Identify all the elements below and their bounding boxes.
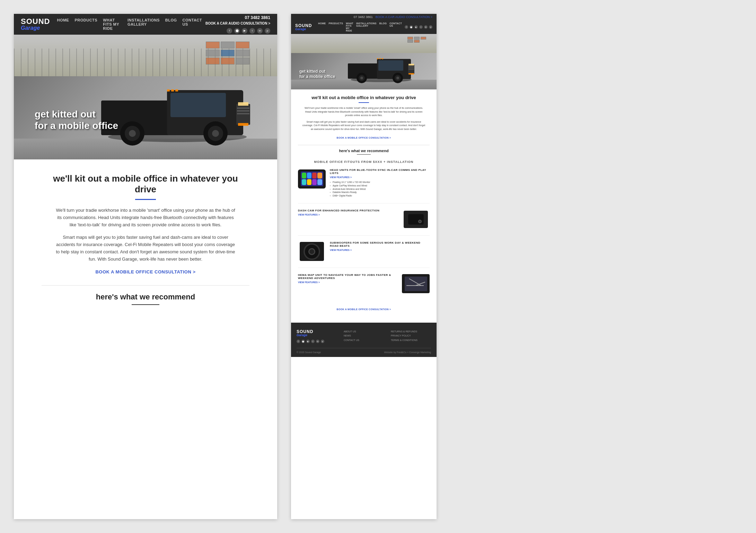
nav-blog-sm[interactable]: BLOG [379, 22, 387, 32]
fb-icon-sm[interactable]: f [405, 25, 408, 29]
dashcam-image [402, 209, 430, 230]
social-icons: f ⬤ ▶ t in p [227, 28, 270, 34]
nav-gallery-sm[interactable]: INSTALLATIONS GALLERY [356, 22, 377, 32]
gps-visual [402, 274, 430, 293]
nav-home[interactable]: HOME [57, 18, 69, 30]
logo-left[interactable]: SOUND Garage [21, 18, 50, 31]
product-info-dashcam: DASH CAM FOR ENHANCED INSURANCE PROTECTI… [298, 209, 398, 218]
product-view-headunit[interactable]: VIEW FEATURES > [330, 176, 430, 178]
navbar-left: SOUND Garage HOME PRODUCTS WHAT FITS MY … [14, 14, 277, 35]
footer-tw[interactable]: t [311, 340, 315, 343]
nav-links-sm: HOME PRODUCTS WHAT FITS MY RIDE INSTALLA… [318, 22, 402, 32]
product-item-gps: HEMA MAP UNIT TO NAVIGATE YOUR WAY TO JO… [298, 273, 430, 300]
svg-rect-8 [238, 102, 248, 106]
gps-image [402, 273, 430, 294]
body-para2: Smart maps will get you to jobs faster s… [55, 234, 236, 263]
ig-icon-sm[interactable]: ⬤ [410, 25, 413, 29]
head-unit-image [298, 168, 326, 189]
svg-point-12 [129, 130, 136, 137]
product-info-sub: SUBWOOFERS FOR SOME SERIOUS WORK DAY & W… [330, 241, 430, 253]
hero-line1-sm: get kitted out [299, 69, 325, 74]
footer-about[interactable]: ABOUT US [344, 330, 384, 334]
content-left: we'll kit out a mobile office in whateve… [14, 159, 277, 319]
svg-rect-6 [237, 110, 249, 112]
nav-what-fits[interactable]: WHAT FITS MY RIDE [103, 18, 122, 30]
footer-news[interactable]: NEWS [344, 334, 384, 338]
product-name-gps: HEMA MAP UNIT TO NAVIGATE YOUR WAY TO JO… [298, 273, 398, 280]
nav-contact-sm[interactable]: CONTACT US [389, 22, 402, 32]
recommend-underline-sm [357, 154, 371, 155]
cta-consultation-link[interactable]: BOOK A MOBILE OFFICE CONSULTATION > [95, 269, 195, 274]
linkedin-icon[interactable]: in [257, 28, 263, 34]
cta-sm[interactable]: BOOK A CAR AUDIO CONSULTATION > [376, 15, 432, 19]
bullet-1: Floating 10.1" 1280 x 720 HD Monitor [330, 181, 430, 184]
bottom-cta-container: BOOK A MOBILE OFFICE CONSULTATION > [298, 305, 430, 312]
product-view-gps[interactable]: VIEW FEATURES > [298, 281, 398, 283]
svg-rect-7 [237, 113, 249, 114]
bottom-cta-link[interactable]: BOOK A MOBILE OFFICE CONSULTATION > [337, 308, 391, 311]
navbar-sm-top: 07 3482 3861 BOOK A CAR AUDIO CONSULTATI… [295, 14, 432, 20]
footer-returns[interactable]: RETURNS & REFUNDS [391, 330, 431, 334]
svg-rect-9 [238, 123, 248, 126]
hero-line1: get kitted out [35, 109, 96, 120]
logo-sm[interactable]: SOUND Garage [295, 24, 312, 31]
title-underline-sm [359, 102, 369, 103]
footer-social: f ⬤ ▶ t in p [297, 340, 337, 343]
footer-ig[interactable]: ⬤ [301, 340, 305, 343]
subwoofer-visual [300, 242, 324, 261]
product-view-dashcam[interactable]: VIEW FEATURES > [298, 213, 398, 216]
bullet-4: Datalink Maestro Ready [330, 191, 430, 194]
li-icon-sm[interactable]: in [424, 25, 428, 29]
tw-icon-sm[interactable]: t [419, 25, 423, 29]
footer-pi[interactable]: p [321, 340, 324, 343]
nav-gallery[interactable]: INSTALLATIONS GALLERY [128, 18, 160, 30]
svg-rect-37 [382, 58, 383, 59]
head-unit-screen [301, 172, 323, 186]
products-subtitle: MOBILE OFFICE FITOUTS FROM $XXX + INSTAL… [298, 160, 430, 164]
footer-contact[interactable]: CONTACT US [344, 338, 384, 343]
footer-logo[interactable]: SOUND Garage [297, 330, 333, 337]
pinterest-icon[interactable]: p [265, 28, 270, 34]
svg-rect-28 [408, 73, 414, 75]
nav-cta-button[interactable]: BOOK A CAR AUDIO CONSULTATION > [205, 21, 270, 25]
instagram-icon[interactable]: ⬤ [234, 28, 240, 34]
footer-col-logo: SOUND Garage f ⬤ ▶ t in p [297, 330, 337, 343]
hero-text-sm: get kitted out for a mobile office [299, 69, 335, 79]
body-para1: We'll turn your tradie workhorse into a … [55, 207, 236, 228]
dashcam-lens [418, 220, 422, 223]
logo-sound: SOUND [21, 18, 50, 25]
gps-line-2 [406, 285, 424, 286]
product-name-dashcam: DASH CAM FOR ENHANCED INSURANCE PROTECTI… [298, 209, 398, 212]
footer-privacy[interactable]: PRIVACY POLICY [391, 334, 431, 338]
footer-terms[interactable]: TERMS & CONDITIONS [391, 338, 431, 343]
facebook-icon[interactable]: f [227, 28, 232, 34]
footer-li[interactable]: in [316, 340, 319, 343]
product-view-sub[interactable]: VIEW FEATURES > [330, 249, 430, 251]
nav-blog[interactable]: BLOG [165, 18, 177, 30]
logo-sound-sm: SOUND [295, 24, 312, 28]
nav-contact[interactable]: CONTACT US [183, 18, 202, 30]
pi-icon-sm[interactable]: p [429, 25, 432, 29]
footer-yt[interactable]: ▶ [306, 340, 310, 343]
nav-links-left: HOME PRODUCTS WHAT FITS MY RIDE INSTALLA… [57, 18, 202, 30]
twitter-icon[interactable]: t [249, 28, 255, 34]
product-item-sub: SUBWOOFERS FOR SOME SERIOUS WORK DAY & W… [298, 241, 430, 268]
yt-icon-sm[interactable]: ▶ [414, 25, 418, 29]
youtube-icon[interactable]: ▶ [242, 28, 247, 34]
head-unit-visual [298, 169, 326, 189]
product-name-headunit: HEAD UNITS FOR BLUE-TOOTH SYNC IN-CAR CO… [330, 168, 430, 175]
nav-products[interactable]: PRODUCTS [74, 18, 97, 30]
title-underline [135, 199, 156, 200]
section-title-sm: we'll kit out a mobile office in whateve… [298, 95, 430, 100]
recommend-title: here's what we recommend [42, 285, 249, 302]
nav-home-sm[interactable]: HOME [318, 22, 326, 32]
svg-rect-3 [170, 93, 226, 117]
nav-whatfits-sm[interactable]: WHAT FITS MY RIDE [346, 22, 353, 32]
cta-link-sm[interactable]: BOOK A MOBILE OFFICE CONSULTATION > [337, 137, 391, 139]
footer-fb[interactable]: f [297, 340, 300, 343]
gps-screen [405, 277, 427, 291]
nav-products-sm[interactable]: PRODUCTS [329, 22, 343, 32]
section-title: we'll kit out a mobile office in whateve… [42, 173, 249, 195]
svg-rect-18 [175, 89, 178, 91]
footer-bottom: © 2020 Sound Garage Website by Fred&Co +… [297, 348, 431, 353]
